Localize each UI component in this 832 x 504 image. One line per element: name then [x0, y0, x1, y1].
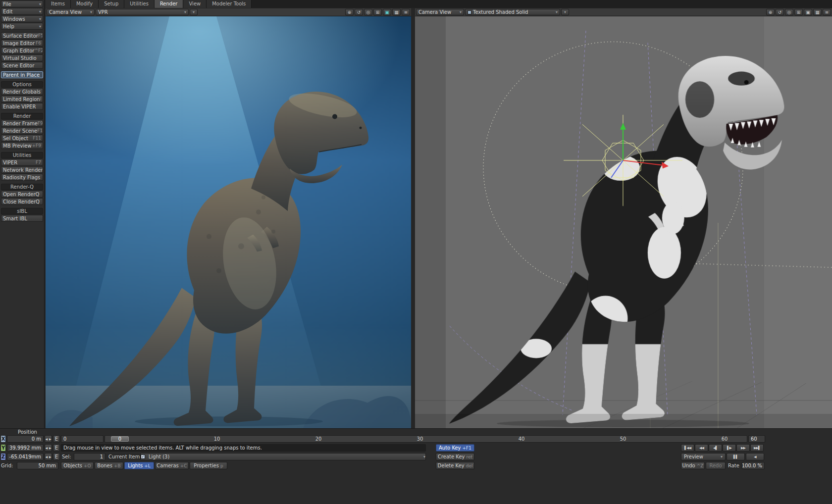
viewport-options-dropdown[interactable]: ▾ — [561, 9, 569, 15]
tab-render[interactable]: Render — [155, 0, 184, 8]
sidebar-item-scene-editor[interactable]: Scene Editor — [1, 62, 43, 69]
viewport-right-canvas[interactable] — [415, 16, 832, 428]
last-frame-field[interactable]: 60 — [748, 435, 765, 443]
viewport-left-canvas[interactable] — [46, 16, 411, 428]
z-value-field[interactable]: -65.0419mm — [7, 453, 44, 460]
move-icon[interactable]: ⊕ — [766, 9, 775, 15]
y-envelope-button[interactable]: E — [53, 444, 60, 452]
menu-edit[interactable]: Edit ▾ — [1, 8, 43, 15]
tab-modeler-tools[interactable]: Modeler Tools — [207, 0, 252, 8]
view-mode-dropdown[interactable]: Camera View ▾ — [416, 9, 464, 15]
item-tab-properties[interactable]: Properties p — [190, 462, 227, 469]
current-item-dropdown[interactable]: ✓ Light (3) ▾ — [140, 453, 426, 460]
menu-windows[interactable]: Windows ▾ — [1, 15, 43, 22]
menu-help-label: Help — [3, 24, 14, 29]
rotate-icon[interactable]: ↺ — [355, 9, 363, 15]
first-frame-field[interactable]: 0 — [61, 435, 104, 443]
item-tab-lights[interactable]: Lights +L — [124, 462, 154, 469]
sidebar-item-render-frame[interactable]: Render Frame F9 — [1, 120, 43, 127]
redo-button[interactable]: Redo — [706, 462, 726, 469]
x-envelope-button[interactable]: E — [53, 435, 60, 443]
sidebar-item-smart-ibl[interactable]: Smart IBL — [1, 215, 43, 222]
button-label: Sel Object — [3, 136, 28, 141]
button-label: Limited Region — [3, 97, 40, 102]
sidebar-item-limited-region[interactable]: Limited Region l — [1, 96, 43, 102]
sidebar-item-render-scene[interactable]: Render Scene F10 — [1, 127, 43, 134]
move-icon[interactable]: ⊕ — [345, 9, 354, 15]
go-to-start-button[interactable]: ▌◀◀ — [681, 444, 694, 452]
sidebar-item-surface-editor[interactable]: Surface Editor F5 — [1, 32, 43, 39]
item-tab-bones[interactable]: Bones +B — [95, 462, 123, 469]
sidebar-item-render-globals[interactable]: Render Globals — [1, 88, 43, 95]
top-tab-bar: Items Modify Setup Utilities Render View… — [46, 0, 832, 8]
tab-setup[interactable]: Setup — [99, 0, 124, 8]
y-value-field[interactable]: 39.9992 mm — [7, 444, 44, 452]
sidebar-item-open-renderq[interactable]: Open RenderQ — [1, 191, 43, 198]
z-envelope-button[interactable]: E — [53, 453, 60, 460]
chevron-down-icon: ▾ — [721, 454, 723, 459]
rotate-icon[interactable]: ↺ — [776, 9, 784, 15]
sidebar-item-parent-in-place[interactable]: Parent in Place — [1, 71, 43, 78]
tab-utilities[interactable]: Utilities — [124, 0, 155, 8]
menu-help[interactable]: Help ▾ — [1, 23, 43, 30]
y-stepper[interactable]: ◀▶ — [45, 444, 52, 452]
sidebar-item-close-renderq[interactable]: Close RenderQ — [1, 198, 43, 205]
viewport-options-dropdown[interactable]: ▾ — [190, 9, 198, 15]
sidebar-item-virtual-studio[interactable]: Virtual Studio — [1, 54, 43, 61]
tab-modify[interactable]: Modify — [71, 0, 99, 8]
menu-icon[interactable]: ≡ — [402, 9, 410, 15]
grid-size-field[interactable]: 50 mm — [17, 462, 58, 469]
undo-button[interactable]: Undo ^Z — [681, 462, 705, 469]
camera-icon[interactable]: ▣ — [383, 9, 391, 15]
button-label: Enable VIPER — [3, 104, 36, 109]
render-mode-dropdown[interactable]: Textured Shaded Solid ▾ — [465, 9, 560, 15]
grid-icon[interactable]: ▦ — [813, 9, 822, 15]
sidebar-item-sel-object[interactable]: Sel Object F11 — [1, 135, 43, 142]
zoom-icon[interactable]: ◎ — [364, 9, 372, 15]
preview-pause-button[interactable]: ▌▌ — [727, 453, 745, 460]
tab-view[interactable]: View — [183, 0, 207, 8]
menu-icon[interactable]: ≡ — [823, 9, 831, 15]
sel-label: Sel: — [62, 453, 71, 460]
preview-dropdown[interactable]: Preview ▾ — [681, 453, 726, 460]
underwater-fog — [46, 16, 411, 428]
sidebar-item-graph-editor[interactable]: Graph Editor ^F2 — [1, 47, 43, 54]
prev-key-button[interactable]: ◀◀ — [695, 444, 708, 452]
grid-label: Grid: — [1, 462, 13, 469]
render-mode-dropdown[interactable]: VPR ▾ — [96, 9, 189, 15]
rate-field[interactable]: 100.0 % — [742, 462, 765, 469]
shortcut-label: ret — [466, 454, 472, 459]
sidebar-item-enable-viper[interactable]: Enable VIPER — [1, 103, 43, 110]
fit-icon[interactable]: ⊞ — [373, 9, 382, 15]
camera-icon[interactable]: ▣ — [804, 9, 812, 15]
z-stepper[interactable]: ◀▶ — [45, 453, 52, 460]
delete-key-button[interactable]: Delete Key del — [436, 462, 474, 469]
grid-icon[interactable]: ▦ — [392, 9, 401, 15]
sidebar-item-network-render[interactable]: Network Render — [1, 166, 43, 173]
menu-file[interactable]: File ▾ — [1, 0, 43, 7]
sidebar-item-radiosity-flags[interactable]: Radiosity Flags — [1, 174, 43, 181]
current-item-value: Light (3) — [149, 454, 169, 459]
timeline-track[interactable]: 0 10 20 30 40 50 60 — [104, 435, 747, 443]
axis-x-badge: X — [0, 435, 6, 443]
x-stepper[interactable]: ◀▶ — [45, 435, 52, 443]
create-key-button[interactable]: Create Key ret — [436, 453, 474, 460]
preview-step-button[interactable]: ◀ — [746, 453, 764, 460]
go-to-end-button[interactable]: ▶▶▌ — [750, 444, 764, 452]
timeline-handle[interactable]: 0 — [111, 436, 129, 442]
item-tab-objects[interactable]: Objects +O — [61, 462, 94, 469]
sidebar-item-image-editor[interactable]: Image Editor F6 — [1, 40, 43, 47]
sidebar-item-viper[interactable]: VIPER F7 — [1, 159, 43, 166]
fit-icon[interactable]: ⊞ — [794, 9, 803, 15]
sidebar-item-mb-preview[interactable]: MB Preview +F9 — [1, 142, 43, 149]
view-mode-dropdown[interactable]: Camera View ▾ — [47, 9, 95, 15]
x-value-field[interactable]: 0 m — [7, 435, 44, 443]
zoom-icon[interactable]: ◎ — [785, 9, 793, 15]
play-reverse-button[interactable]: ◀▌ — [709, 444, 722, 452]
item-tab-cameras[interactable]: Cameras +C — [155, 462, 189, 469]
auto-key-button[interactable]: Auto Key +F1 — [436, 444, 474, 452]
tab-items[interactable]: Items — [46, 0, 71, 8]
play-forward-button[interactable]: ▌▶ — [723, 444, 736, 452]
camera-frame-bottom-mask — [415, 414, 832, 428]
next-key-button[interactable]: ▶▶ — [736, 444, 750, 452]
